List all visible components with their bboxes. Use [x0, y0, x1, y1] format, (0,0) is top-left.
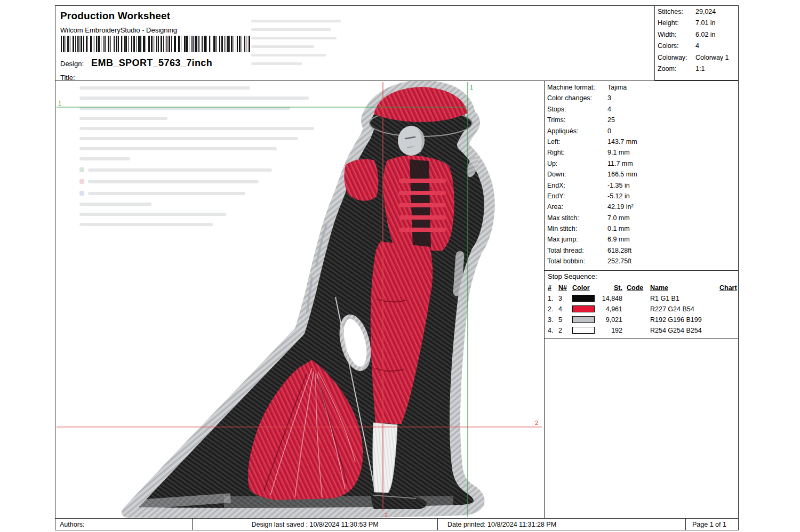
- machine-info-row: Appliqués:0: [547, 127, 738, 138]
- stop-sequence-row: 3. 5 9,021 R192 G196 B199: [548, 315, 735, 325]
- summary-row: Height:7.01 in: [658, 19, 738, 30]
- machine-info-row: Total bobbin:252.75ft: [547, 257, 738, 268]
- machine-info-row: Color changes:3: [547, 94, 738, 105]
- start-marker-label-left: 1: [58, 100, 61, 107]
- stop-sequence-row: 1. 3 14,848 R1 G1 B1: [548, 293, 735, 304]
- stop-sequence-row: 4. 2 192 R254 G254 B254: [548, 325, 735, 336]
- design-row: Design: EMB_SPORT_5763_7inch: [60, 58, 212, 69]
- app-subtitle: Wilcom EmbroideryStudio - Designing: [60, 26, 177, 34]
- machine-info-row: Up:11.7 mm: [547, 160, 738, 171]
- matador-figure: [127, 85, 490, 513]
- design-summary-box: Stitches:29,024 Height:7.01 in Width:6.0…: [654, 6, 738, 80]
- end-marker-label-right: 2: [535, 420, 538, 426]
- machine-info-row: Left:143.7 mm: [547, 138, 738, 149]
- worksheet-footer: Authors: Design last saved : 10/8/2024 1…: [55, 518, 738, 530]
- machine-info-list: Machine format:Tajima Color changes:3 St…: [545, 81, 738, 269]
- design-barcode: [61, 36, 251, 52]
- color-swatch: [572, 327, 595, 334]
- machine-info-row: Max stitch:7.0 mm: [547, 214, 738, 225]
- summary-row: Width:6.02 in: [658, 31, 738, 42]
- page-title: Production Worksheet: [60, 10, 170, 22]
- machine-info-row: Min stitch:0.1 mm: [547, 225, 738, 236]
- color-swatch: [572, 316, 595, 323]
- stop-sequence-header: # N# Color St. Code Name Chart: [548, 283, 735, 293]
- machine-info-row: Trims:25: [547, 116, 738, 127]
- machine-info-row: Stops:4: [547, 106, 738, 116]
- machine-info-row: Down:166.5 mm: [547, 171, 738, 181]
- page-number: Page 1 of 1: [686, 519, 738, 530]
- info-panel: Machine format:Tajima Color changes:3 St…: [544, 81, 738, 519]
- stop-sequence-section: Stop Sequence: # N# Color St. Code Name …: [545, 270, 738, 339]
- embroidery-design: 1 1 2 2: [55, 81, 544, 518]
- summary-row: Stitches:29,024: [658, 8, 738, 19]
- end-marker-label-bottom: 2: [385, 512, 388, 518]
- machine-info-row: EndY:-5.12 in: [547, 192, 738, 203]
- machine-info-row: Machine format:Tajima: [547, 84, 738, 94]
- color-swatch: [572, 295, 595, 302]
- date-printed-text: Date printed: 10/8/2024 11:31:28 PM: [438, 519, 686, 530]
- machine-info-row: Max jump:6.9 mm: [547, 236, 738, 246]
- machine-info-row: EndX:-1.35 in: [547, 182, 738, 192]
- stop-sequence-row: 2. 4 4,961 R227 G24 B54: [548, 304, 735, 315]
- design-label: Design:: [60, 60, 84, 68]
- summary-row: Zoom:1:1: [658, 65, 738, 76]
- stop-sequence-title: Stop Sequence:: [548, 272, 735, 283]
- print-showthrough-artifact: [251, 20, 341, 65]
- shoulder-patch: [344, 159, 378, 201]
- design-canvas: 1 1 2 2: [55, 81, 544, 518]
- color-swatch: [572, 305, 595, 312]
- machine-info-row: Area:42.19 in²: [547, 203, 738, 214]
- authors-label: Authors:: [55, 519, 193, 530]
- design-name: EMB_SPORT_5763_7inch: [91, 58, 212, 69]
- last-saved-text: Design last saved : 10/8/2024 11:30:53 P…: [193, 519, 438, 530]
- summary-row: Colorway:Colorway 1: [658, 54, 738, 65]
- machine-info-row: Total thread:618.28ft: [547, 247, 738, 257]
- worksheet-page: Production Worksheet Wilcom EmbroiderySt…: [55, 5, 739, 530]
- summary-row: Colors:4: [658, 42, 738, 53]
- start-marker-label-top: 1: [470, 84, 473, 91]
- machine-info-row: Right:9.1 mm: [547, 149, 738, 159]
